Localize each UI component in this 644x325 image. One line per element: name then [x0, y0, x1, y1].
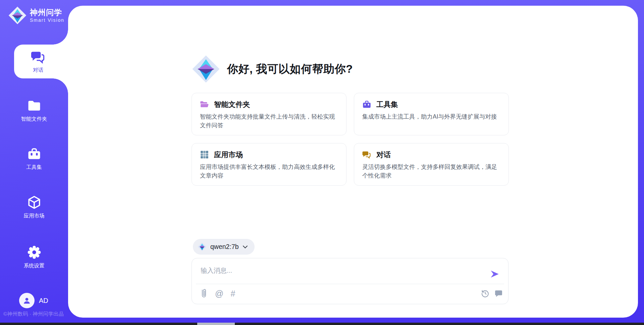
avatar [19, 293, 35, 308]
card-description: 集成市场上主流工具，助力AI与外界无缝扩展与对接 [362, 112, 500, 121]
card-title: 智能文件夹 [214, 100, 250, 109]
model-name: qwen2:7b [210, 243, 239, 251]
sidebar-item-label: 工具集 [26, 164, 42, 171]
copyright-footer: ©神州数码 · 神州问学出品 [3, 311, 64, 318]
chevron-down-icon [243, 245, 248, 249]
folder-icon [27, 99, 42, 113]
sidebar: 神州问学 Smart Vision 对话 智能文件夹 [0, 0, 68, 325]
history-icon[interactable] [481, 289, 489, 298]
sidebar-item-label: 系统设置 [24, 262, 45, 269]
chat-bubbles-icon [362, 150, 371, 159]
sidebar-item-chat[interactable]: 对话 [14, 45, 68, 78]
message-input[interactable] [200, 264, 483, 276]
composer-divider [196, 284, 504, 284]
greeting-text: 你好, 我可以如何帮助你? [227, 62, 353, 77]
sidebar-item-settings[interactable]: 系统设置 [0, 245, 68, 269]
brand-tagline: Smart Vision [30, 17, 64, 23]
hashtag-icon[interactable]: # [230, 289, 235, 298]
chat-bubble-icon[interactable] [494, 289, 503, 298]
brand-logo-icon [8, 6, 27, 25]
toolbox-icon [27, 147, 42, 161]
chat-bubbles-icon [30, 50, 46, 64]
greeting: 你好, 我可以如何帮助你? [192, 55, 353, 83]
sidebar-item-label: 对话 [33, 67, 44, 74]
folder-icon [200, 100, 209, 109]
send-icon[interactable] [490, 269, 499, 279]
apps-grid-icon [200, 150, 209, 159]
gear-icon [27, 245, 42, 259]
greeting-logo-icon [192, 55, 220, 83]
card-chat[interactable]: 对话 灵活切换多模型文件，支持多样回复效果调试，满足个性化需求 [354, 143, 509, 186]
user-account[interactable]: AD [19, 293, 48, 308]
sidebar-item-label: 智能文件夹 [21, 116, 47, 123]
model-selector[interactable]: qwen2:7b [193, 239, 255, 255]
card-app-market[interactable]: 应用市场 应用市场提供丰富长文本模板，助力高效生成多样化文章内容 [192, 143, 346, 186]
horizontal-scrollbar [0, 323, 644, 325]
card-title: 工具集 [376, 100, 398, 109]
feature-cards: 智能文件夹 智能文件夹功能支持批量文件上传与清洗，轻松实现文件问答 工具集 [192, 93, 509, 186]
card-toolset[interactable]: 工具集 集成市场上主流工具，助力AI与外界无缝扩展与对接 [354, 93, 509, 135]
brand: 神州问学 Smart Vision [8, 6, 64, 25]
card-description: 灵活切换多模型文件，支持多样回复效果调试，满足个性化需求 [362, 162, 500, 180]
card-description: 应用市场提供丰富长文本模板，助力高效生成多样化文章内容 [200, 162, 338, 180]
message-composer: @ # [192, 258, 508, 304]
sidebar-item-app-market[interactable]: 应用市场 [0, 195, 68, 219]
person-icon [22, 296, 31, 305]
user-name: AD [39, 297, 48, 305]
app-window: 神州问学 Smart Vision 对话 智能文件夹 [0, 0, 644, 325]
toolbox-icon [362, 100, 371, 109]
mention-icon[interactable]: @ [215, 289, 223, 298]
cube-icon [27, 195, 42, 209]
scrollbar-thumb[interactable] [197, 323, 235, 325]
sidebar-item-toolset[interactable]: 工具集 [0, 147, 68, 171]
card-title: 应用市场 [214, 150, 243, 159]
sidebar-item-smart-folder[interactable]: 智能文件夹 [0, 99, 68, 123]
model-logo-icon [198, 242, 207, 251]
brand-name: 神州问学 [30, 8, 64, 17]
card-smart-folder[interactable]: 智能文件夹 智能文件夹功能支持批量文件上传与清洗，轻松实现文件问答 [192, 93, 346, 135]
card-description: 智能文件夹功能支持批量文件上传与清洗，轻松实现文件问答 [200, 112, 338, 130]
card-title: 对话 [376, 150, 391, 159]
main-panel: 你好, 我可以如何帮助你? 智能文件夹 智能文件夹功能支持批量文件上传与清洗，轻… [68, 6, 638, 318]
attachment-icon[interactable] [200, 288, 208, 299]
sidebar-item-label: 应用市场 [24, 212, 45, 219]
